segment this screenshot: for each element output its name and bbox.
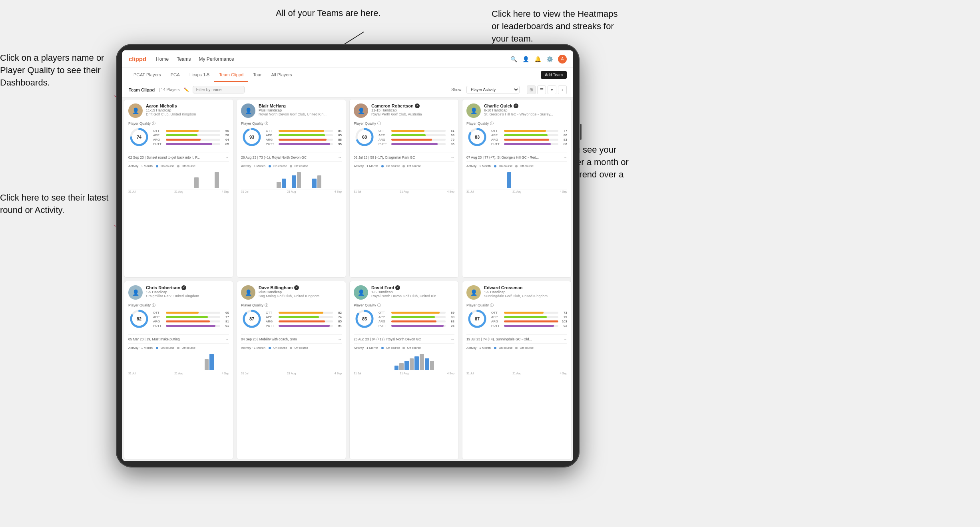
grid-view-button[interactable]: ⊞ bbox=[527, 86, 536, 94]
quality-donut[interactable]: 93 bbox=[241, 126, 263, 149]
svg-text:74: 74 bbox=[137, 135, 142, 139]
off-course-label: Off course bbox=[182, 346, 195, 350]
quality-label: Player Quality ⓘ bbox=[241, 303, 342, 308]
team-header-bar: Team Clippd | 14 Players ✏️ Show: Player… bbox=[122, 82, 573, 97]
player-card-header: 👤 Charlie Quick ✓ 6-10 Handicap St. Geor… bbox=[466, 103, 567, 118]
player-card-header: 👤 Aaron Nicholls 11-15 Handicap Drift Go… bbox=[128, 103, 229, 118]
latest-round[interactable]: 05 Mar 23 | 19, Must make putting → bbox=[128, 334, 229, 344]
list-view-button[interactable]: ☰ bbox=[537, 86, 546, 94]
latest-round[interactable]: 04 Sep 23 | Mobility with coach, Gym → bbox=[241, 334, 342, 344]
player-club: Royal North Devon Golf Club, United Kin.… bbox=[371, 294, 454, 298]
player-info: Chris Robertson ✓ 1-5 Handicap Craigmill… bbox=[146, 285, 229, 298]
team-count: | 14 Players bbox=[159, 88, 180, 92]
quality-section[interactable]: 85 OTT 89 APP 80 ARG 83 PUTT 96 bbox=[354, 308, 454, 331]
quality-section[interactable]: 93 OTT 84 APP 85 ARG 88 PUTT 95 bbox=[241, 126, 342, 149]
player-name[interactable]: Edward Crossman bbox=[484, 285, 567, 290]
activity-section: Activity · 1 Month On course Off course … bbox=[466, 346, 567, 375]
off-course-label: Off course bbox=[520, 164, 534, 168]
latest-round[interactable]: 19 Jul 23 | 74 (+4), Sunningdale GC - Ol… bbox=[466, 334, 567, 344]
quality-label: Player Quality ⓘ bbox=[128, 303, 229, 308]
quality-donut[interactable]: 82 bbox=[128, 308, 150, 331]
activity-label: Activity · 1 Month bbox=[466, 164, 491, 168]
tab-pgat-players[interactable]: PGAT Players bbox=[129, 68, 166, 82]
player-name[interactable]: Chris Robertson ✓ bbox=[146, 285, 229, 290]
search-input[interactable] bbox=[193, 86, 245, 93]
round-arrow[interactable]: → bbox=[338, 155, 342, 159]
round-arrow[interactable]: → bbox=[450, 337, 454, 341]
svg-text:83: 83 bbox=[475, 135, 480, 139]
tab-tour[interactable]: Tour bbox=[248, 68, 266, 82]
player-grid: 👤 Aaron Nicholls 11-15 Handicap Drift Go… bbox=[122, 97, 573, 461]
quality-donut[interactable]: 74 bbox=[128, 126, 150, 149]
quality-section[interactable]: 82 OTT 60 APP 77 ARG 81 PUTT 91 bbox=[128, 308, 229, 331]
on-course-label: On course bbox=[386, 346, 400, 350]
off-course-label: Off course bbox=[520, 346, 534, 350]
latest-round[interactable]: 02 Jul 23 | 59 (+17), Craigmillar Park G… bbox=[354, 153, 454, 162]
player-name[interactable]: Dave Billingham ✓ bbox=[259, 285, 342, 290]
profile-icon[interactable]: 👤 bbox=[522, 56, 529, 63]
quality-donut[interactable]: 87 bbox=[466, 308, 488, 331]
latest-round[interactable]: 02 Sep 23 | Sunset round to get back int… bbox=[128, 153, 229, 162]
tab-all-players[interactable]: All Players bbox=[267, 68, 297, 82]
player-name[interactable]: Charlie Quick ✓ bbox=[484, 103, 567, 108]
chart-labels: 31 Jul21 Aug4 Sep bbox=[466, 372, 567, 375]
edit-icon[interactable]: ✏️ bbox=[184, 88, 189, 92]
settings-icon[interactable]: ⚙️ bbox=[546, 56, 553, 63]
nav-my-performance[interactable]: My Performance bbox=[199, 56, 234, 62]
quality-donut[interactable]: 87 bbox=[241, 308, 263, 331]
on-course-dot bbox=[494, 165, 496, 167]
player-name[interactable]: Blair McHarg bbox=[259, 103, 342, 108]
player-card: 👤 Edward Crossman 1-5 Handicap Sunningda… bbox=[462, 281, 572, 459]
round-arrow[interactable]: → bbox=[225, 155, 229, 159]
round-arrow[interactable]: → bbox=[450, 155, 454, 159]
filter-button[interactable]: ▼ bbox=[548, 86, 556, 94]
tab-hcaps[interactable]: Hcaps 1-5 bbox=[185, 68, 214, 82]
add-team-button[interactable]: Add Team bbox=[541, 71, 567, 79]
round-arrow[interactable]: → bbox=[563, 337, 567, 341]
quality-donut[interactable]: 85 bbox=[354, 308, 375, 331]
off-course-dot bbox=[402, 165, 405, 167]
player-card-header: 👤 Blair McHarg Plus Handicap Royal North… bbox=[241, 103, 342, 118]
tab-pga[interactable]: PGA bbox=[166, 68, 185, 82]
player-name[interactable]: David Ford ✓ bbox=[371, 285, 454, 290]
player-avatar: 👤 bbox=[128, 285, 143, 300]
activity-legend: On course Off course bbox=[494, 164, 534, 168]
nav-teams[interactable]: Teams bbox=[177, 56, 191, 62]
nav-home[interactable]: Home bbox=[156, 56, 169, 62]
round-arrow[interactable]: → bbox=[563, 155, 567, 159]
tab-team-clippd[interactable]: Team Clippd bbox=[214, 68, 248, 82]
activity-legend: On course Off course bbox=[156, 346, 195, 350]
player-handicap: Plus Handicap bbox=[259, 290, 342, 294]
chart-labels: 31 Jul21 Aug4 Sep bbox=[128, 190, 229, 193]
player-card: 👤 Aaron Nicholls 11-15 Handicap Drift Go… bbox=[124, 99, 233, 278]
player-name[interactable]: Aaron Nicholls bbox=[146, 103, 229, 108]
sort-button[interactable]: ↕ bbox=[558, 86, 567, 94]
latest-round[interactable]: 07 Aug 23 | 77 (+7), St George's Hill GC… bbox=[466, 153, 567, 162]
player-handicap: 1-5 Handicap bbox=[371, 290, 454, 294]
on-course-dot bbox=[269, 347, 271, 349]
round-arrow[interactable]: → bbox=[338, 337, 342, 341]
latest-round[interactable]: 26 Aug 23 | 73 (+1), Royal North Devon G… bbox=[241, 153, 342, 162]
chart-labels: 31 Jul21 Aug4 Sep bbox=[241, 372, 342, 375]
show-select[interactable]: Player Activity Quality Score Trend bbox=[466, 86, 520, 93]
player-avatar: 👤 bbox=[128, 103, 143, 118]
quality-section[interactable]: 83 OTT 77 APP 80 ARG 83 PUTT 86 bbox=[466, 126, 567, 149]
search-icon[interactable]: 🔍 bbox=[510, 56, 517, 63]
quality-donut[interactable]: 83 bbox=[466, 126, 488, 149]
user-avatar[interactable]: A bbox=[558, 55, 567, 64]
quality-section[interactable]: 74 OTT 60 APP 58 ARG 64 PUTT 85 bbox=[128, 126, 229, 149]
activity-label: Activity · 1 Month bbox=[128, 346, 153, 350]
player-name[interactable]: Cameron Robertson ✓ bbox=[371, 103, 454, 108]
chart-labels: 31 Jul21 Aug4 Sep bbox=[354, 190, 454, 193]
player-handicap: 11-15 Handicap bbox=[146, 108, 229, 112]
bell-icon[interactable]: 🔔 bbox=[534, 56, 541, 63]
latest-round[interactable]: 26 Aug 23 | 84 (+12), Royal North Devon … bbox=[354, 334, 454, 344]
quality-section[interactable]: 87 OTT 82 APP 74 ARG 85 PUTT 94 bbox=[241, 308, 342, 331]
quality-donut[interactable]: 68 bbox=[354, 126, 375, 149]
player-card-header: 👤 David Ford ✓ 1-5 Handicap Royal North … bbox=[354, 285, 454, 300]
activity-section: Activity · 1 Month On course Off course … bbox=[354, 346, 454, 375]
round-arrow[interactable]: → bbox=[225, 337, 229, 341]
quality-section[interactable]: 68 OTT 61 APP 63 ARG 75 PUTT 85 bbox=[354, 126, 454, 149]
quality-section[interactable]: 87 OTT 73 APP 79 ARG 103 PUTT 92 bbox=[466, 308, 567, 331]
annotation-players-name: Click on a players name or Player Qualit… bbox=[0, 52, 112, 89]
